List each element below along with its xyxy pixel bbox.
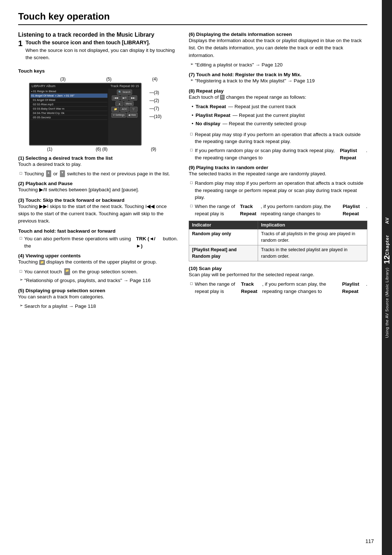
ctrl-tune-btn: ▽ <box>130 107 138 112</box>
left-column: Listening to a track recorded in the Mus… <box>18 32 178 314</box>
device-controls: 🔍 Search |◀◀ ▶/II ▶▶| ▲ Menu <box>108 89 141 145</box>
touch-keys-section: Touch keys (3) (5) (4) LIBRARY Album Tra… <box>18 68 178 152</box>
list-item: 02 02-Rise.mp3 <box>30 102 107 107</box>
section-8-heading: (8) Repeat play <box>189 88 367 94</box>
ctrl-aoc-btn: AOC <box>120 107 128 112</box>
section-10-heading: (10) Scan play <box>189 266 367 271</box>
section-2-body: Touching ▶/II switches between [playback… <box>18 186 178 193</box>
section-8-dot-2: Playlist Repeat — Repeat just the curren… <box>192 112 367 119</box>
ctrl-settings-btn: V Settings <box>111 113 126 118</box>
section-1-heading: (1) Selecting a desired track from the l… <box>18 155 178 161</box>
table-header-indicator: Indicator <box>189 221 258 229</box>
ctrl-row-2: |◀◀ ▶/II ▶▶| <box>109 95 140 101</box>
section-4-bullet-1: You cannot touch 📁 on the group selectio… <box>20 268 178 276</box>
section-hold-bullet: You can also perform these operations wi… <box>20 235 178 249</box>
table-cell-implication-2: Tracks in the selected playlist are play… <box>258 245 367 261</box>
section-2-heading: (2) Playback and Pause <box>18 181 178 186</box>
section-hold-block: Touch and hold: fast backward or forward… <box>18 228 178 249</box>
icon-repeat: ↻ <box>220 95 225 100</box>
ctrl-row-1: 🔍 Search <box>109 90 140 95</box>
section-8-block: (8) Repeat play Each touch of ↻ changes … <box>189 88 367 161</box>
section-4-arrow-1: "Relationship of groups, playlists, and … <box>20 277 178 284</box>
ctrl-play-btn: ▶/II <box>121 95 128 101</box>
step-1: 1 Touch the source icon and then touch [… <box>18 40 178 64</box>
section-9-heading: (9) Playing tracks in random order <box>189 165 367 170</box>
callout-1-bottom: (1) <box>47 147 53 152</box>
ctrl-row-3: ▲ Menu <box>109 101 140 106</box>
callout-3-right: —(3) <box>150 90 162 95</box>
section-1-bullet-1: Touching ▲ or ▼ switches to the next or … <box>20 170 178 177</box>
step-1-number: 1 <box>18 40 23 64</box>
callout-2-right: —(2) <box>150 98 162 103</box>
device-body: • 01 Reign In Blead 01 Angel Of Meat • J… <box>30 89 141 145</box>
callout-9-bottom: (9) <box>151 147 156 152</box>
section-9-block: (9) Playing tracks in random order The s… <box>189 165 367 217</box>
section-5-heading: (5) Displaying group selection screen <box>18 288 178 293</box>
step-1-content: Touch the source icon and then touch [LI… <box>25 40 178 64</box>
ctrl-row-4: 📁 AOC ▽ <box>109 107 140 112</box>
section-7-arrow-1: "Registering a track to the My Mix playl… <box>190 77 367 85</box>
two-column-layout: Listening to a track recorded in the Mus… <box>18 32 367 314</box>
section-7-block: (7) Touch and hold: Register the track i… <box>189 72 367 85</box>
ctrl-row-5: V Settings ◀ Hide <box>109 113 140 118</box>
tab-av-label: AV <box>384 217 390 224</box>
icon-folder2: 📁 <box>64 268 70 276</box>
step-1-body: When the source icon is not displayed, y… <box>25 47 178 62</box>
tab-chapter-label: Chapter <box>384 235 390 255</box>
callout-bottom-row: (1) (6) (8) (9) <box>18 147 178 152</box>
ctrl-next-btn: ▶▶| <box>129 95 137 101</box>
table-cell-indicator-2: [Playlist Repeat] and Random play <box>189 245 258 261</box>
section-1-block: (1) Selecting a desired track from the l… <box>18 155 178 177</box>
section-8-dot-1: Track Repeat — Repeat just the current t… <box>192 103 367 110</box>
section-2-block: (2) Playback and Pause Touching ▶/II swi… <box>18 181 178 193</box>
table-header-implication: Implication <box>258 221 367 229</box>
section-6-body: Displays the information about the track… <box>189 37 367 59</box>
callout-68-bottom: (6) (8) <box>96 147 108 152</box>
tab-chapter-num: 12 <box>382 255 392 264</box>
step-1-heading: Touch the source icon and then touch [LI… <box>25 40 178 45</box>
list-item: 01 Angel Of Meat • Jam • 01 09° <box>30 94 107 98</box>
section-10-body: Scan play will be performed for the sele… <box>189 271 367 278</box>
device-screen: LIBRARY Album Track Repeat 00 15 • 01 Re… <box>29 83 142 146</box>
section-3-heading: (3) Touch: Skip the track forward or bac… <box>18 197 178 203</box>
device-header-right: Track Repeat 00 15 <box>110 84 139 88</box>
device-track-list: • 01 Reign In Blead 01 Angel Of Meat • J… <box>30 89 108 145</box>
table-row: Random play only Tracks of all playlists… <box>189 229 367 245</box>
device-header-left: LIBRARY Album <box>32 84 56 88</box>
section-4-body: Touching 📁 displays the contents of the … <box>18 258 178 266</box>
section-9-bullet-2: When the range of repeat play is Track R… <box>190 203 367 217</box>
ctrl-up-btn: ▲ <box>115 101 123 106</box>
section-hold-heading: Touch and hold: fast backward or forward <box>18 228 178 234</box>
section-8-dot-3: No display — Repeat the currently select… <box>192 120 367 127</box>
section-9-body: The selected tracks in the repeated rang… <box>189 170 367 177</box>
section-3-body: Touching ▶▶I skips to the start of the n… <box>18 203 178 225</box>
callout-top-row: (3) (5) (4) <box>18 77 178 82</box>
section-5-body: You can search a track from categories. <box>18 293 178 301</box>
icon-next: ▼ <box>60 170 65 177</box>
ctrl-hide-btn: ◀ Hide <box>127 113 137 118</box>
main-content: Touch key operation Listening to a track… <box>0 0 382 325</box>
section-1-body: Touch a desired track to play. <box>18 161 178 168</box>
section-9-bullet-1: Random play may stop if you perform an o… <box>190 180 367 201</box>
ctrl-folder-btn: 📁 <box>111 107 119 112</box>
callout-3-top: (3) <box>60 77 66 82</box>
section-6-block: (6) Displaying the details information s… <box>189 32 367 68</box>
callout-7-right: —(7) <box>150 106 162 111</box>
ctrl-menu-btn: Menu <box>124 101 134 106</box>
list-item: 05 05-Secretz <box>30 115 107 120</box>
section-4-heading: (4) Viewing upper contents <box>18 253 178 258</box>
section-8-body: Each touch of ↻ changes the repeat range… <box>189 94 367 101</box>
callout-right-col: —(3) —(2) —(7) —(10) <box>150 90 162 119</box>
page-title: Touch key operation <box>18 11 367 25</box>
section-7-heading: (7) Touch and hold: Register the track i… <box>189 72 367 77</box>
callout-5-top: (5) <box>106 77 112 82</box>
callout-4-top: (4) <box>152 77 158 82</box>
section-listening-heading: Listening to a track recorded in the Mus… <box>18 32 178 38</box>
ctrl-prev-btn: |◀◀ <box>112 95 120 101</box>
section-6-heading: (6) Displaying the details information s… <box>189 32 367 37</box>
section-5-block: (5) Displaying group selection screen Yo… <box>18 288 178 310</box>
list-item: • 01 Reign In Blead <box>30 89 107 94</box>
ctrl-search-btn: 🔍 Search <box>117 90 132 95</box>
section-3-block: (3) Touch: Skip the track forward or bac… <box>18 197 178 225</box>
right-column: (6) Displaying the details information s… <box>189 32 367 314</box>
